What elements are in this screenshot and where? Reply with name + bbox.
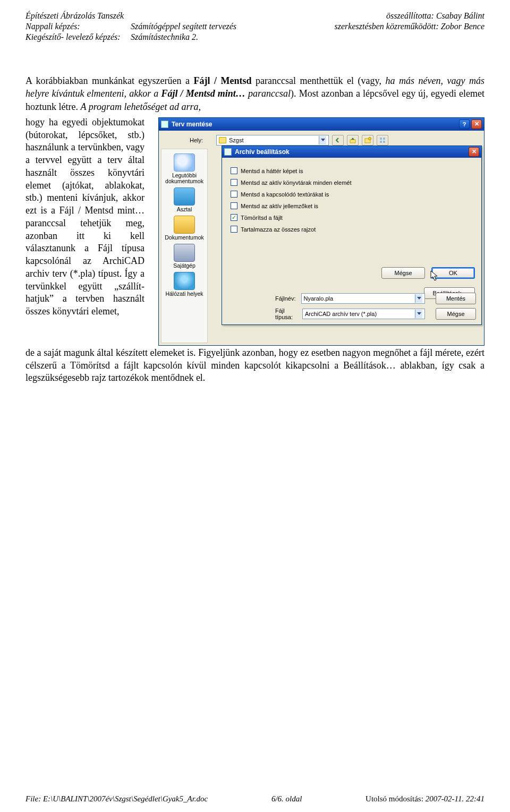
checkbox-row-2[interactable]: Mentsd az aktív könyvtárak minden elemét: [231, 177, 476, 189]
footer-page-number: 6/6. oldal: [271, 794, 302, 804]
view-menu-button[interactable]: [377, 135, 388, 146]
save-in-combo[interactable]: Szgst: [216, 135, 329, 146]
new-folder-button[interactable]: [362, 135, 373, 146]
save-button[interactable]: Mentés: [436, 293, 476, 304]
footer-modified-value: 2007-02-11. 22:41: [426, 794, 484, 803]
inner-ok-button[interactable]: OK: [431, 267, 475, 279]
svg-rect-5: [380, 141, 382, 143]
network-icon: [174, 272, 195, 290]
header-left-line2-value: Számítógéppel segített tervezés: [131, 21, 236, 32]
app-icon: [161, 121, 168, 128]
svg-point-2: [369, 137, 371, 140]
close-button[interactable]: ✕: [471, 119, 482, 129]
chevron-down-icon[interactable]: [415, 310, 422, 318]
svg-rect-4: [383, 138, 385, 140]
footer-file-path: E:\U\BALINT\2007év\Szgst\Segédlet\Gyak5_…: [43, 794, 208, 803]
checkbox-row-1[interactable]: Mentsd a háttér képet is: [231, 165, 476, 177]
save-in-label: Hely:: [190, 137, 213, 143]
mypc-icon: [174, 244, 195, 262]
svg-rect-3: [380, 138, 382, 140]
inner-title: Archív beállítások: [235, 148, 290, 156]
header-right-line1-label: összeállította:: [386, 11, 434, 20]
checkbox-row-3[interactable]: Mentsd a kapcsolódó textúrákat is: [231, 189, 476, 200]
save-dialog-screenshot: Terv mentése ? ✕ Hely: Szgst: [158, 117, 484, 346]
back-button[interactable]: [332, 135, 344, 146]
chevron-down-icon[interactable]: [415, 294, 422, 303]
body-after: de a saját magunk által készített elemek…: [26, 347, 484, 384]
checkbox-4[interactable]: [231, 202, 237, 209]
places-network[interactable]: Hálózati helyek: [162, 272, 207, 297]
page-header: Építészeti Ábrázolás Tanszék Nappali kép…: [26, 11, 484, 42]
places-mypc[interactable]: Sajátgép: [162, 244, 207, 269]
svg-rect-0: [350, 140, 355, 143]
checkbox-2[interactable]: [231, 179, 237, 186]
checkbox-5[interactable]: [231, 214, 237, 221]
desktop-icon: [174, 187, 195, 206]
chevron-down-icon[interactable]: [319, 136, 326, 144]
header-right-line1-value: Csabay Bálint: [436, 11, 484, 20]
dialog-title: Terv mentése: [172, 121, 212, 128]
checkbox-row-5[interactable]: Tömörítsd a fájlt: [231, 212, 476, 224]
save-in-value: Szgst: [229, 137, 244, 143]
checkbox-6[interactable]: [231, 226, 237, 233]
inner-titlebar[interactable]: Archív beállítások ✕: [222, 146, 481, 158]
filetype-label: Fájl típusa:: [275, 307, 297, 320]
up-button[interactable]: [347, 135, 359, 146]
outer-cancel-button[interactable]: Mégse: [436, 308, 476, 320]
header-right-line2-value: Zobor Bence: [441, 22, 484, 31]
header-left-line3-label: Kiegészítő- levelező képzés:: [26, 32, 131, 42]
inner-app-icon: [224, 148, 232, 156]
header-left-line2-label: Nappali képzés:: [26, 21, 131, 32]
checkbox-row-4[interactable]: Mentsd az aktív jellemzőket is: [231, 200, 476, 212]
inner-cancel-button[interactable]: Mégse: [381, 267, 425, 279]
filename-input[interactable]: Nyaralo.pla: [301, 293, 425, 304]
places-desktop[interactable]: Asztal: [162, 187, 207, 212]
recent-docs-icon: [174, 153, 195, 172]
checkbox-3[interactable]: [231, 191, 237, 198]
header-right-line2-label: szerkesztésben közreműködött:: [335, 22, 439, 31]
page-footer: File: E:\U\BALINT\2007év\Szgst\Segédlet\…: [26, 794, 484, 804]
body-paragraph: A korábbiakban munkánkat egyszerűen a Fá…: [26, 74, 484, 113]
help-button[interactable]: ?: [459, 119, 470, 129]
dialog-titlebar[interactable]: Terv mentése ? ✕: [159, 118, 484, 131]
footer-modified-label: Utolsó módosítás:: [366, 794, 426, 803]
places-mydocs[interactable]: Dokumentumok: [162, 216, 207, 241]
mydocs-icon: [174, 216, 195, 234]
checkbox-1[interactable]: [231, 167, 237, 174]
folder-icon: [219, 137, 226, 143]
checkbox-row-6[interactable]: Tartalmazza az összes rajzot: [231, 224, 476, 235]
header-left-line1: Építészeti Ábrázolás Tanszék: [26, 11, 236, 21]
archive-settings-dialog: Archív beállítások ✕ Mentsd a háttér kép…: [222, 146, 482, 325]
places-bar: Legutóbbi dokumentumok Asztal Dokumentum…: [161, 149, 208, 343]
inner-close-button[interactable]: ✕: [469, 147, 479, 157]
footer-file-label: File:: [26, 794, 43, 803]
filetype-combo[interactable]: ArchiCAD archív terv (*.pla): [302, 309, 425, 319]
places-recent[interactable]: Legutóbbi dokumentumok: [162, 153, 207, 184]
body-narrow-column: hogy ha egyedi objektu­mokat (bútorokat,…: [26, 116, 144, 318]
filename-label: Fájlnév:: [275, 295, 296, 302]
svg-rect-6: [383, 141, 385, 143]
header-left-line3-value: Számítástechnika 2.: [131, 32, 198, 42]
